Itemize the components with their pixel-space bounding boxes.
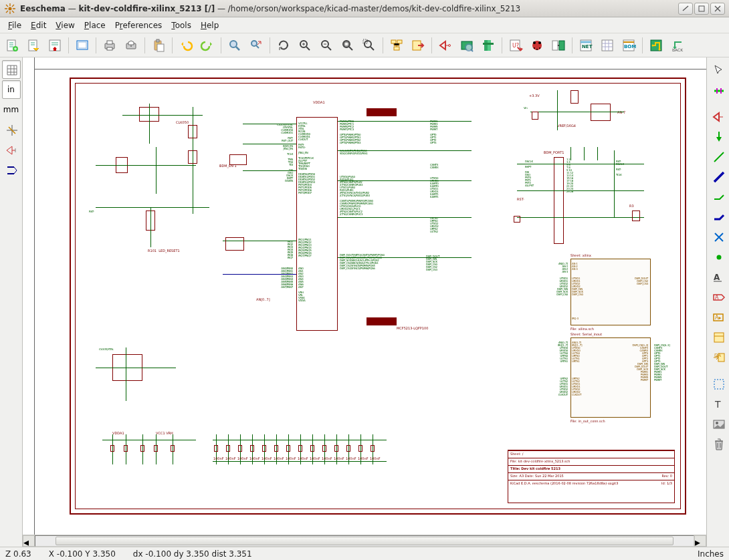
back-annotate-button[interactable]: BACK xyxy=(668,36,687,55)
delete-button[interactable] xyxy=(709,434,728,453)
footprint-viewer-button[interactable] xyxy=(457,36,476,55)
paste-button[interactable] xyxy=(149,36,168,55)
symbol-fields-button[interactable] xyxy=(598,36,617,55)
hierarchy-nav-button[interactable] xyxy=(387,36,406,55)
svg-rect-43 xyxy=(552,41,558,50)
place-bus-button[interactable] xyxy=(709,167,728,186)
svg-text:BACK: BACK xyxy=(672,47,684,52)
select-button[interactable] xyxy=(709,60,728,79)
import-sheet-pin-button[interactable]: DA xyxy=(709,347,728,366)
redo-button[interactable] xyxy=(198,36,217,55)
find-replace-icon xyxy=(249,38,264,53)
erc-icon xyxy=(530,38,544,53)
bus-bus-entry-button[interactable] xyxy=(709,207,728,226)
scroll-right-button[interactable]: ▸ xyxy=(694,535,706,547)
library-browser-button[interactable] xyxy=(479,36,498,55)
paste-icon xyxy=(151,38,166,53)
leave-sheet-button[interactable] xyxy=(409,36,427,55)
undo-button[interactable] xyxy=(177,36,195,55)
dashed-line-button[interactable] xyxy=(709,374,728,393)
svg-point-18 xyxy=(251,41,257,46)
text-button[interactable]: T xyxy=(709,394,728,413)
svg-point-39 xyxy=(538,41,541,44)
menu-tools[interactable]: Tools xyxy=(167,19,195,31)
svg-rect-26 xyxy=(397,40,402,43)
page-settings-button[interactable] xyxy=(73,36,92,55)
titleblock: Sheet: / File: kit-dev-coldfire-xilinx_5… xyxy=(508,450,675,503)
find-button[interactable] xyxy=(225,36,244,55)
scroll-thumb[interactable] xyxy=(56,537,674,545)
svg-text:A: A xyxy=(715,295,719,301)
no-connect-button[interactable] xyxy=(709,227,728,246)
leave-sheet-icon xyxy=(411,38,425,53)
zoom-fit-button[interactable] xyxy=(338,36,357,55)
hier-sheet-button[interactable] xyxy=(709,327,728,346)
cursor-shape-button[interactable] xyxy=(2,120,21,139)
bus-direction-button[interactable] xyxy=(2,160,21,179)
statusbar: Z 0.63 X -0.100 Y 3.350 dx -0.100 dy 3.3… xyxy=(0,547,729,560)
scroll-left-button[interactable]: ◂ xyxy=(23,535,35,547)
menu-place[interactable]: Place xyxy=(80,19,110,31)
place-component-button[interactable] xyxy=(436,36,455,55)
junction-button[interactable] xyxy=(709,247,728,266)
grid-toggle-button[interactable] xyxy=(2,60,21,79)
save-schematic-button[interactable] xyxy=(45,36,64,55)
cvpcb-button[interactable] xyxy=(549,36,568,55)
grid-toggle-icon xyxy=(5,63,18,76)
annotate-button[interactable]: U? xyxy=(506,36,525,55)
svg-rect-15 xyxy=(157,39,159,42)
open-schematic-button[interactable] xyxy=(24,36,43,55)
menu-preferences[interactable]: Preferences xyxy=(111,19,167,31)
place-symbol-button[interactable] xyxy=(709,107,728,126)
new-schematic-button[interactable] xyxy=(3,36,21,55)
menu-help[interactable]: Help xyxy=(197,19,223,31)
zoom-in-icon xyxy=(298,38,312,53)
svg-rect-62 xyxy=(714,380,724,389)
refresh-button[interactable] xyxy=(274,36,293,55)
menu-edit[interactable]: Edit xyxy=(27,19,50,31)
select-icon xyxy=(712,63,725,76)
minimize-button[interactable] xyxy=(678,3,693,15)
highlight-net-button[interactable] xyxy=(709,80,728,99)
left-toolbar: inmm xyxy=(0,57,23,547)
plot-icon xyxy=(124,38,138,53)
menu-view[interactable]: View xyxy=(51,19,78,31)
local-label-button[interactable]: A xyxy=(709,267,728,286)
svg-point-52 xyxy=(659,48,661,50)
svg-rect-27 xyxy=(394,47,399,50)
zoom-out-button[interactable] xyxy=(317,36,336,55)
svg-text:T: T xyxy=(714,399,721,410)
status-dxy: dx -0.100 dy 3.350 dist 3.351 xyxy=(133,549,252,559)
bom-button[interactable]: BOM xyxy=(619,36,638,55)
hidden-pins-button[interactable] xyxy=(2,140,21,159)
hier-label-button[interactable]: A▸ xyxy=(709,307,728,326)
units-mm-button[interactable]: mm xyxy=(2,100,21,119)
close-button[interactable] xyxy=(710,3,725,15)
pcb-button[interactable] xyxy=(647,36,665,55)
window-title: Eeschema — kit-dev-coldfire-xilinx_5213 … xyxy=(20,4,678,13)
svg-rect-22 xyxy=(344,42,348,46)
print-button[interactable] xyxy=(100,36,119,55)
plot-button[interactable] xyxy=(122,36,140,55)
zoom-in-button[interactable] xyxy=(296,36,314,55)
maximize-button[interactable] xyxy=(694,3,709,15)
global-label-button[interactable]: A xyxy=(709,287,728,306)
schematic-canvas[interactable]: CLK050 RST- R101 LED_RESET1 xyxy=(23,57,706,535)
netlist-icon: NET xyxy=(579,38,593,53)
bus-entry-button[interactable] xyxy=(709,187,728,206)
netlist-button[interactable]: NET xyxy=(577,36,595,55)
svg-point-23 xyxy=(364,41,371,47)
find-replace-button[interactable] xyxy=(247,36,266,55)
place-power-button[interactable] xyxy=(709,127,728,146)
horizontal-scrollbar[interactable]: ◂ ▸ xyxy=(23,535,706,547)
app-icon xyxy=(4,3,16,15)
svg-text:DA: DA xyxy=(714,353,721,358)
svg-rect-16 xyxy=(157,44,164,51)
menu-file[interactable]: File xyxy=(4,19,25,31)
svg-rect-6 xyxy=(54,49,56,51)
units-inches-button[interactable]: in xyxy=(2,80,21,99)
place-wire-button[interactable] xyxy=(709,147,728,166)
image-button[interactable] xyxy=(709,414,728,433)
erc-button[interactable] xyxy=(528,36,546,55)
zoom-selection-button[interactable] xyxy=(360,36,379,55)
